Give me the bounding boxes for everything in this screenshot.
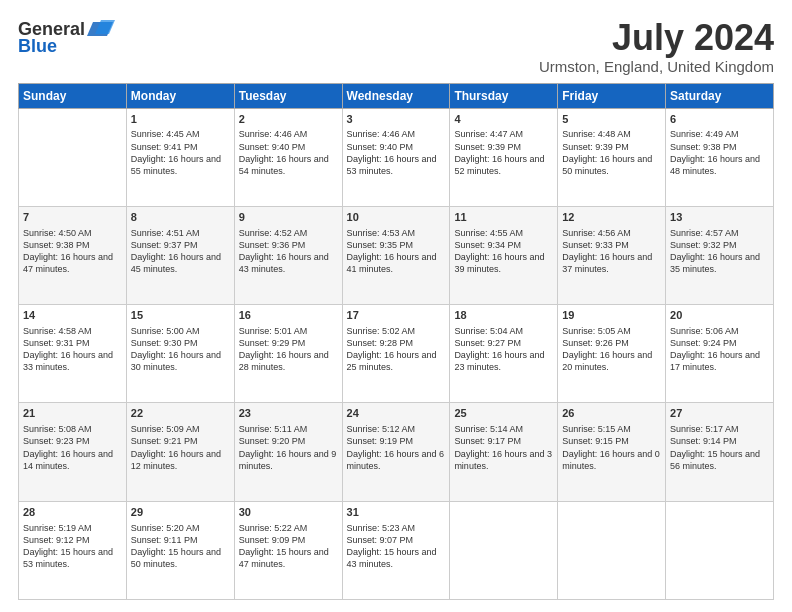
sunrise-text: Sunrise: 4:47 AM [454,129,523,139]
day-cell [666,501,774,599]
daylight-text: Daylight: 15 hours and 56 minutes. [670,449,760,471]
day-cell: 28Sunrise: 5:19 AMSunset: 9:12 PMDayligh… [19,501,127,599]
day-number: 2 [239,112,338,127]
day-cell: 10Sunrise: 4:53 AMSunset: 9:35 PMDayligh… [342,206,450,304]
sunset-text: Sunset: 9:28 PM [347,338,414,348]
day-number: 7 [23,210,122,225]
logo: General Blue [18,18,115,57]
sunrise-text: Sunrise: 4:46 AM [347,129,416,139]
day-cell: 4Sunrise: 4:47 AMSunset: 9:39 PMDaylight… [450,108,558,206]
day-cell: 7Sunrise: 4:50 AMSunset: 9:38 PMDaylight… [19,206,127,304]
week-row-2: 7Sunrise: 4:50 AMSunset: 9:38 PMDaylight… [19,206,774,304]
daylight-text: Daylight: 16 hours and 20 minutes. [562,350,652,372]
day-number: 11 [454,210,553,225]
daylight-text: Daylight: 16 hours and 30 minutes. [131,350,221,372]
day-number: 29 [131,505,230,520]
col-friday: Friday [558,83,666,108]
day-number: 23 [239,406,338,421]
daylight-text: Daylight: 16 hours and 0 minutes. [562,449,660,471]
col-tuesday: Tuesday [234,83,342,108]
sunrise-text: Sunrise: 4:51 AM [131,228,200,238]
day-cell [558,501,666,599]
sunrise-text: Sunrise: 5:12 AM [347,424,416,434]
sunset-text: Sunset: 9:40 PM [239,142,306,152]
sunrise-text: Sunrise: 4:46 AM [239,129,308,139]
day-cell: 11Sunrise: 4:55 AMSunset: 9:34 PMDayligh… [450,206,558,304]
sunset-text: Sunset: 9:07 PM [347,535,414,545]
sunset-text: Sunset: 9:36 PM [239,240,306,250]
day-number: 9 [239,210,338,225]
daylight-text: Daylight: 16 hours and 6 minutes. [347,449,445,471]
day-cell: 30Sunrise: 5:22 AMSunset: 9:09 PMDayligh… [234,501,342,599]
day-cell: 6Sunrise: 4:49 AMSunset: 9:38 PMDaylight… [666,108,774,206]
day-cell: 22Sunrise: 5:09 AMSunset: 9:21 PMDayligh… [126,403,234,501]
day-cell: 16Sunrise: 5:01 AMSunset: 9:29 PMDayligh… [234,305,342,403]
logo-icon [85,18,115,40]
day-cell: 29Sunrise: 5:20 AMSunset: 9:11 PMDayligh… [126,501,234,599]
day-cell: 23Sunrise: 5:11 AMSunset: 9:20 PMDayligh… [234,403,342,501]
logo-blue: Blue [18,36,57,57]
day-number: 30 [239,505,338,520]
sunset-text: Sunset: 9:33 PM [562,240,629,250]
header: General Blue July 2024 Urmston, England,… [18,18,774,75]
day-cell: 27Sunrise: 5:17 AMSunset: 9:14 PMDayligh… [666,403,774,501]
day-number: 20 [670,308,769,323]
sunset-text: Sunset: 9:40 PM [347,142,414,152]
sunset-text: Sunset: 9:26 PM [562,338,629,348]
sunset-text: Sunset: 9:11 PM [131,535,198,545]
daylight-text: Daylight: 16 hours and 17 minutes. [670,350,760,372]
sunrise-text: Sunrise: 5:06 AM [670,326,739,336]
sunset-text: Sunset: 9:09 PM [239,535,306,545]
day-number: 24 [347,406,446,421]
sunset-text: Sunset: 9:14 PM [670,436,737,446]
week-row-5: 28Sunrise: 5:19 AMSunset: 9:12 PMDayligh… [19,501,774,599]
day-cell: 15Sunrise: 5:00 AMSunset: 9:30 PMDayligh… [126,305,234,403]
day-cell: 9Sunrise: 4:52 AMSunset: 9:36 PMDaylight… [234,206,342,304]
daylight-text: Daylight: 16 hours and 41 minutes. [347,252,437,274]
daylight-text: Daylight: 16 hours and 47 minutes. [23,252,113,274]
sunrise-text: Sunrise: 5:19 AM [23,523,92,533]
daylight-text: Daylight: 16 hours and 14 minutes. [23,449,113,471]
sunrise-text: Sunrise: 4:56 AM [562,228,631,238]
day-cell: 25Sunrise: 5:14 AMSunset: 9:17 PMDayligh… [450,403,558,501]
sunrise-text: Sunrise: 5:08 AM [23,424,92,434]
daylight-text: Daylight: 15 hours and 43 minutes. [347,547,437,569]
day-cell [450,501,558,599]
sunrise-text: Sunrise: 5:00 AM [131,326,200,336]
day-number: 13 [670,210,769,225]
calendar-page: General Blue July 2024 Urmston, England,… [0,0,792,612]
day-number: 21 [23,406,122,421]
sunset-text: Sunset: 9:31 PM [23,338,90,348]
day-cell: 14Sunrise: 4:58 AMSunset: 9:31 PMDayligh… [19,305,127,403]
sunset-text: Sunset: 9:38 PM [23,240,90,250]
sunrise-text: Sunrise: 4:50 AM [23,228,92,238]
col-monday: Monday [126,83,234,108]
daylight-text: Daylight: 16 hours and 43 minutes. [239,252,329,274]
sunset-text: Sunset: 9:19 PM [347,436,414,446]
day-cell: 5Sunrise: 4:48 AMSunset: 9:39 PMDaylight… [558,108,666,206]
sunrise-text: Sunrise: 5:14 AM [454,424,523,434]
daylight-text: Daylight: 16 hours and 52 minutes. [454,154,544,176]
header-row: Sunday Monday Tuesday Wednesday Thursday… [19,83,774,108]
daylight-text: Daylight: 16 hours and 54 minutes. [239,154,329,176]
calendar-table: Sunday Monday Tuesday Wednesday Thursday… [18,83,774,600]
sunset-text: Sunset: 9:30 PM [131,338,198,348]
day-number: 12 [562,210,661,225]
sunrise-text: Sunrise: 5:22 AM [239,523,308,533]
day-number: 19 [562,308,661,323]
daylight-text: Daylight: 16 hours and 55 minutes. [131,154,221,176]
day-number: 1 [131,112,230,127]
day-cell: 21Sunrise: 5:08 AMSunset: 9:23 PMDayligh… [19,403,127,501]
sunset-text: Sunset: 9:15 PM [562,436,629,446]
day-number: 8 [131,210,230,225]
sunset-text: Sunset: 9:27 PM [454,338,521,348]
sunrise-text: Sunrise: 4:55 AM [454,228,523,238]
day-number: 14 [23,308,122,323]
day-number: 18 [454,308,553,323]
sunset-text: Sunset: 9:34 PM [454,240,521,250]
sunrise-text: Sunrise: 4:53 AM [347,228,416,238]
day-number: 22 [131,406,230,421]
day-cell: 12Sunrise: 4:56 AMSunset: 9:33 PMDayligh… [558,206,666,304]
day-number: 17 [347,308,446,323]
sunrise-text: Sunrise: 5:17 AM [670,424,739,434]
